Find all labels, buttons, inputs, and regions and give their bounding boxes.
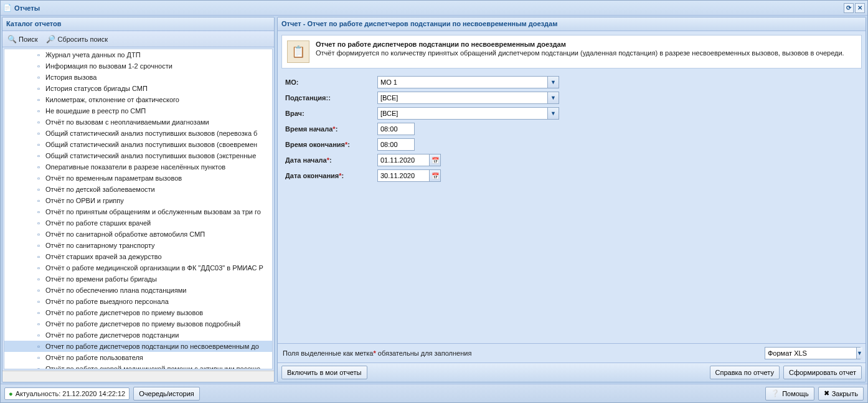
document-icon: ▫ xyxy=(34,308,43,317)
search-button[interactable]: 🔍 Поиск xyxy=(5,34,40,45)
report-tree[interactable]: ▫Журнал учета данных по ДТП▫Информация п… xyxy=(4,49,273,369)
tree-item[interactable]: ▫Информация по вызовам 1-2 срочности xyxy=(4,60,272,72)
close-icon[interactable]: ✕ xyxy=(855,3,865,13)
substation-input[interactable] xyxy=(378,92,547,103)
tree-item[interactable]: ▫История статусов бригады СМП xyxy=(4,83,272,94)
format-input[interactable] xyxy=(765,348,856,359)
tree-item[interactable]: ▫Отчёт по санитарному транспорту xyxy=(4,240,272,251)
tree-item[interactable]: ▫Общий статистический анализ поступивших… xyxy=(4,128,272,139)
tree-item-label: Информация по вызовам 1-2 срочности xyxy=(45,62,172,70)
tree-item-label: Отчет по работе диспетчеров подстанции п… xyxy=(45,343,259,350)
document-icon: ▫ xyxy=(34,73,43,82)
tree-item[interactable]: ▫Отчет по работе диспетчеров подстанции … xyxy=(4,341,272,352)
date-end-input[interactable] xyxy=(377,169,430,182)
statusbar: ● Актуальность: 21.12.2020 14:22:12 Очер… xyxy=(1,384,867,402)
document-icon: ▫ xyxy=(34,252,43,261)
tree-item[interactable]: ▫Отчёт по времени работы бригады xyxy=(4,273,272,285)
tree-item[interactable]: ▫Отчёт по работе диспетчеров подстанции xyxy=(4,330,272,341)
description-text: Отчёт формируется по количеству принятых… xyxy=(316,49,844,57)
time-end-input[interactable] xyxy=(377,138,415,151)
tree-item-label: Общий статистический анализ поступивших … xyxy=(45,141,257,148)
document-icon: ▫ xyxy=(34,84,43,93)
tree-item[interactable]: ▫Отчёт по вызовам с неоплачиваемыми диаг… xyxy=(4,116,272,128)
catalog-panel: Каталог отчетов 🔍 Поиск 🔎 Сбросить поиск… xyxy=(2,17,275,382)
tree-item-label: Отчёт о работе медицинской организации в… xyxy=(45,264,263,272)
actuality-chip[interactable]: ● Актуальность: 21.12.2020 14:22:12 xyxy=(4,387,130,400)
tree-item[interactable]: ▫Отчёт по принятым обращениям и обслужен… xyxy=(4,206,272,217)
tree-item-label: Отчёт по работе диспетчеров подстанции xyxy=(45,331,179,339)
tree-item-label: Отчёт по времени работы бригады xyxy=(45,275,157,283)
time-start-input[interactable] xyxy=(377,123,415,135)
tree-item[interactable]: ▫Отчёт по работе старших врачей xyxy=(4,217,272,229)
tree-item[interactable]: ▫Отчёт по временным параметрам вызовов xyxy=(4,173,272,184)
tree-item-label: Оперативные показатели в разрезе населён… xyxy=(45,163,225,171)
check-icon: ● xyxy=(9,390,13,397)
tree-item[interactable]: ▫Отчёт по детской заболеваемости xyxy=(4,184,272,195)
close-button[interactable]: ✖ Закрыть xyxy=(818,387,864,401)
catalog-toolbar: 🔍 Поиск 🔎 Сбросить поиск xyxy=(2,31,274,47)
reset-search-button[interactable]: 🔎 Сбросить поиск xyxy=(44,34,110,45)
chevron-down-icon[interactable]: ▼ xyxy=(547,92,559,103)
tree-hscroll[interactable] xyxy=(2,371,274,382)
window-title: Отчеты xyxy=(14,4,40,12)
tree-item[interactable]: ▫Километраж, отклонение от фактического xyxy=(4,94,272,105)
document-icon: ▫ xyxy=(34,163,43,171)
report-header: Отчет - Отчет по работе диспетчеров подс… xyxy=(278,17,866,31)
substation-combo[interactable]: ▼ xyxy=(377,92,559,104)
date-end-label: Дата окончания*: xyxy=(285,172,377,179)
tree-item-label: Отчёт по вызовам с неоплачиваемыми диагн… xyxy=(45,118,209,126)
tree-item[interactable]: ▫Отчёт по работе выездного персонала xyxy=(4,296,272,307)
tree-item[interactable]: ▫Отчёт по работе диспетчеров по приему в… xyxy=(4,318,272,330)
tree-item[interactable]: ▫Отчёт о работе медицинской организации … xyxy=(4,262,272,273)
report-body: 📋 Отчет по работе диспетчеров подстанции… xyxy=(278,31,866,382)
chevron-down-icon[interactable]: ▼ xyxy=(547,108,559,119)
tree-item[interactable]: ▫Общий статистический анализ поступивших… xyxy=(4,150,272,161)
doctor-label: Врач: xyxy=(285,110,377,117)
calendar-icon[interactable]: 📅 xyxy=(430,169,441,182)
tree-item-label: Отчёт по временным параметрам вызовов xyxy=(45,174,182,182)
form-area: МО: ▼ Подстанция:: ▼ В xyxy=(281,72,862,343)
mo-combo[interactable]: ▼ xyxy=(377,76,559,88)
tree-item[interactable]: ▫Отчёт по обеспечению плана подстанциями xyxy=(4,285,272,296)
mo-label: МО: xyxy=(285,78,377,86)
calendar-icon[interactable]: 📅 xyxy=(430,154,441,166)
tree-item[interactable]: ▫Общий статистический анализ поступивших… xyxy=(4,139,272,150)
tree-item[interactable]: ▫Не вошедшие в реестр по СМП xyxy=(4,105,272,116)
tree-item-label: Общий статистический анализ поступивших … xyxy=(45,152,256,159)
hint-text: Поля выделенные как метка* обязательны д… xyxy=(283,349,760,357)
doctor-input[interactable] xyxy=(378,108,547,119)
tree-item[interactable]: ▫История вызова xyxy=(4,72,272,83)
tree-item-label: Отчёт по работе старших врачей xyxy=(45,219,151,227)
tree-item[interactable]: ▫Отчёт старших врачей за дежурство xyxy=(4,251,272,262)
report-help-button[interactable]: Справка по отчету xyxy=(710,366,780,379)
document-icon: ▫ xyxy=(34,286,43,295)
tree-item[interactable]: ▫Оперативные показатели в разрезе населё… xyxy=(4,161,272,173)
date-start-input[interactable] xyxy=(377,154,430,166)
tree-item-label: Отчёт по ОРВИ и гриппу xyxy=(45,197,124,204)
help-button[interactable]: ❔ Помощь xyxy=(765,387,814,401)
document-icon: ▫ xyxy=(34,320,43,328)
document-icon: ▫ xyxy=(34,263,43,272)
mo-input[interactable] xyxy=(378,77,547,88)
document-icon: ▫ xyxy=(34,118,43,126)
refresh-icon[interactable]: ⟳ xyxy=(844,3,854,13)
doctor-combo[interactable]: ▼ xyxy=(377,107,559,120)
tree-item[interactable]: ▫Отчёт по работе скорой медицинской помо… xyxy=(4,363,272,369)
tree-item[interactable]: ▫Отчёт по работе диспетчеров по приему в… xyxy=(4,307,272,318)
tree-item[interactable]: ▫Отчёт по санитарной обработке автомобил… xyxy=(4,229,272,240)
document-icon: ▫ xyxy=(34,62,43,70)
tree-item[interactable]: ▫Отчёт по работе пользователя xyxy=(4,352,272,363)
document-icon: ▫ xyxy=(34,275,43,283)
chevron-down-icon[interactable]: ▼ xyxy=(856,348,862,359)
queue-history-button[interactable]: Очередь/история xyxy=(133,387,200,401)
tree-item[interactable]: ▫Отчёт по ОРВИ и гриппу xyxy=(4,195,272,206)
document-icon: ▫ xyxy=(34,297,43,306)
document-icon: ▫ xyxy=(34,151,43,160)
tree-item-label: Километраж, отклонение от фактического xyxy=(45,96,179,103)
generate-report-button[interactable]: Сформировать отчет xyxy=(783,366,862,379)
format-combo[interactable]: ▼ xyxy=(765,347,861,359)
date-start-label: Дата начала*: xyxy=(285,156,377,164)
add-to-my-reports-button[interactable]: Включить в мои отчеты xyxy=(281,366,367,379)
tree-item[interactable]: ▫Журнал учета данных по ДТП xyxy=(4,49,272,60)
chevron-down-icon[interactable]: ▼ xyxy=(547,77,559,88)
